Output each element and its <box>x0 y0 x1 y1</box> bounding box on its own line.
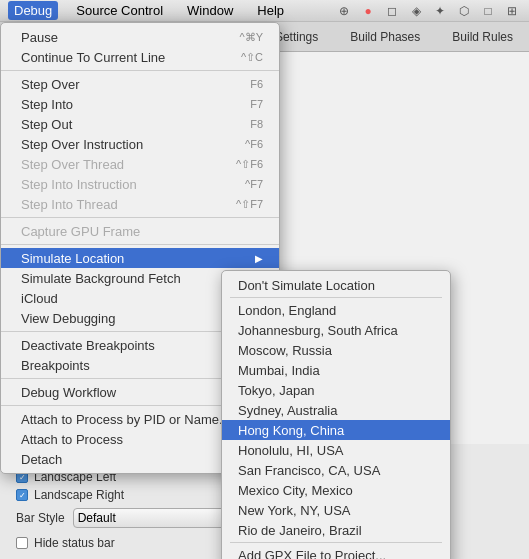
menu-attach-process-label: Attach to Process <box>21 432 255 447</box>
submenu-add-gpx-label: Add GPX File to Project... <box>238 548 434 560</box>
submenu-mexico-city[interactable]: Mexico City, Mexico <box>222 480 450 500</box>
menu-step-over[interactable]: Step Over F6 <box>1 74 279 94</box>
d-icon[interactable]: ◻ <box>383 2 401 20</box>
menu-step-into-label: Step Into <box>21 97 242 112</box>
menu-capture-gpu-label: Capture GPU Frame <box>21 224 263 239</box>
submenu-new-york[interactable]: New York, NY, USA <box>222 500 450 520</box>
location-submenu: Don't Simulate Location London, England … <box>221 270 451 559</box>
menu-deactivate-breakpoints-label: Deactivate Breakpoints <box>21 338 237 353</box>
submenu-rio[interactable]: Rio de Janeiro, Brazil <box>222 520 450 540</box>
menu-view-debugging-label: View Debugging <box>21 311 255 326</box>
hide-status-label: Hide status bar <box>34 536 115 550</box>
box-icon[interactable]: □ <box>479 2 497 20</box>
submenu-dont-simulate-label: Don't Simulate Location <box>238 278 434 293</box>
submenu-add-gpx[interactable]: Add GPX File to Project... <box>222 545 450 559</box>
divider-1 <box>1 70 279 71</box>
submenu-mumbai[interactable]: Mumbai, India <box>222 360 450 380</box>
submenu-san-francisco[interactable]: San Francisco, CA, USA <box>222 460 450 480</box>
menu-step-into-thread[interactable]: Step Into Thread ^⇧F7 <box>1 194 279 214</box>
menu-step-over-thread-shortcut: ^⇧F6 <box>236 158 263 171</box>
menu-step-over-instruction[interactable]: Step Over Instruction ^F6 <box>1 134 279 154</box>
menu-pause-shortcut: ^⌘Y <box>240 31 264 44</box>
menu-source-control[interactable]: Source Control <box>70 1 169 20</box>
submenu-london[interactable]: London, England <box>222 300 450 320</box>
menu-simulate-location-arrow: ▶ <box>255 253 263 264</box>
add-icon[interactable]: ⊕ <box>335 2 353 20</box>
tab-build-rules[interactable]: Build Rules <box>444 26 521 48</box>
menu-step-into-thread-label: Step Into Thread <box>21 197 228 212</box>
menu-breakpoints-label: Breakpoints <box>21 358 255 373</box>
submenu-tokyo-label: Tokyo, Japan <box>238 383 434 398</box>
menu-step-over-label: Step Over <box>21 77 242 92</box>
submenu-hong-kong[interactable]: Hong Kong, China <box>222 420 450 440</box>
submenu-honolulu[interactable]: Honolulu, HI, USA <box>222 440 450 460</box>
toolbar-icons: ⊕ ● ◻ ◈ ✦ ⬡ □ ⊞ <box>335 2 521 20</box>
menu-window[interactable]: Window <box>181 1 239 20</box>
submenu-moscow[interactable]: Moscow, Russia <box>222 340 450 360</box>
menu-step-over-thread[interactable]: Step Over Thread ^⇧F6 <box>1 154 279 174</box>
p-icon[interactable]: ● <box>359 2 377 20</box>
submenu-london-label: London, England <box>238 303 434 318</box>
menu-capture-gpu[interactable]: Capture GPU Frame <box>1 221 279 241</box>
submenu-mexico-city-label: Mexico City, Mexico <box>238 483 434 498</box>
submenu-tokyo[interactable]: Tokyo, Japan <box>222 380 450 400</box>
divider-3 <box>1 244 279 245</box>
menu-step-over-thread-label: Step Over Thread <box>21 157 228 172</box>
menu-simulate-location[interactable]: Simulate Location ▶ Don't Simulate Locat… <box>1 248 279 268</box>
landscape-right-label: Landscape Right <box>34 488 124 502</box>
menu-step-out-label: Step Out <box>21 117 242 132</box>
submenu-honolulu-label: Honolulu, HI, USA <box>238 443 434 458</box>
star-icon[interactable]: ✦ <box>431 2 449 20</box>
menu-pause[interactable]: Pause ^⌘Y <box>1 27 279 47</box>
menu-continue-shortcut: ^⇧C <box>241 51 263 64</box>
menu-continue[interactable]: Continue To Current Line ^⇧C <box>1 47 279 67</box>
divider-2 <box>1 217 279 218</box>
landscape-right-checkbox[interactable] <box>16 489 28 501</box>
menu-step-into-instruction-shortcut: ^F7 <box>245 178 263 190</box>
menu-debug-workflow-label: Debug Workflow <box>21 385 255 400</box>
submenu-dont-simulate[interactable]: Don't Simulate Location <box>222 275 450 295</box>
menu-continue-label: Continue To Current Line <box>21 50 233 65</box>
menu-step-into-instruction-label: Step Into Instruction <box>21 177 237 192</box>
submenu-sydney[interactable]: Sydney, Australia <box>222 400 450 420</box>
q-icon[interactable]: ◈ <box>407 2 425 20</box>
submenu-san-francisco-label: San Francisco, CA, USA <box>238 463 434 478</box>
submenu-sydney-label: Sydney, Australia <box>238 403 434 418</box>
menu-step-into-shortcut: F7 <box>250 98 263 110</box>
menu-icloud-label: iCloud <box>21 291 255 306</box>
submenu-moscow-label: Moscow, Russia <box>238 343 434 358</box>
menu-step-over-instruction-shortcut: ^F6 <box>245 138 263 150</box>
submenu-divider-1 <box>230 297 442 298</box>
menu-step-over-instruction-label: Step Over Instruction <box>21 137 237 152</box>
menu-help[interactable]: Help <box>251 1 290 20</box>
submenu-new-york-label: New York, NY, USA <box>238 503 434 518</box>
top-menu-bar: Debug Source Control Window Help ⊕ ● ◻ ◈… <box>0 0 529 22</box>
menu-step-into[interactable]: Step Into F7 <box>1 94 279 114</box>
bar-style-label: Bar Style <box>16 511 65 525</box>
menu-step-over-shortcut: F6 <box>250 78 263 90</box>
grid-icon[interactable]: ⊞ <box>503 2 521 20</box>
submenu-rio-label: Rio de Janeiro, Brazil <box>238 523 434 538</box>
menu-pause-label: Pause <box>21 30 232 45</box>
submenu-hong-kong-label: Hong Kong, China <box>238 423 434 438</box>
menu-step-out[interactable]: Step Out F8 <box>1 114 279 134</box>
hex-icon[interactable]: ⬡ <box>455 2 473 20</box>
hide-status-checkbox[interactable] <box>16 537 28 549</box>
bar-style-value: Default <box>78 511 116 525</box>
submenu-mumbai-label: Mumbai, India <box>238 363 434 378</box>
debug-menu: Pause ^⌘Y Continue To Current Line ^⇧C S… <box>0 22 280 474</box>
menu-simulate-location-label: Simulate Location <box>21 251 255 266</box>
menu-step-into-instruction[interactable]: Step Into Instruction ^F7 <box>1 174 279 194</box>
tab-build-phases[interactable]: Build Phases <box>342 26 428 48</box>
submenu-divider-2 <box>230 542 442 543</box>
submenu-johannesburg-label: Johannesburg, South Africa <box>238 323 434 338</box>
submenu-johannesburg[interactable]: Johannesburg, South Africa <box>222 320 450 340</box>
menu-step-out-shortcut: F8 <box>250 118 263 130</box>
menu-step-into-thread-shortcut: ^⇧F7 <box>236 198 263 211</box>
menu-debug[interactable]: Debug <box>8 1 58 20</box>
